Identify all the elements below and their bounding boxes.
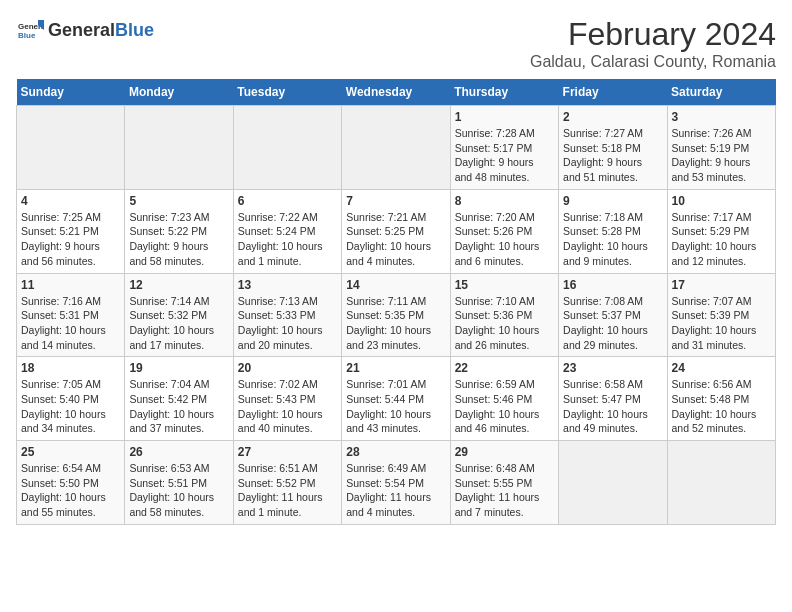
weekday-header-friday: Friday <box>559 79 667 106</box>
calendar-cell: 5Sunrise: 7:23 AM Sunset: 5:22 PM Daylig… <box>125 189 233 273</box>
day-number: 8 <box>455 194 554 208</box>
calendar-week-3: 11Sunrise: 7:16 AM Sunset: 5:31 PM Dayli… <box>17 273 776 357</box>
day-number: 25 <box>21 445 120 459</box>
subtitle: Galdau, Calarasi County, Romania <box>530 53 776 71</box>
day-info: Sunrise: 7:22 AM Sunset: 5:24 PM Dayligh… <box>238 210 337 269</box>
calendar-cell: 24Sunrise: 6:56 AM Sunset: 5:48 PM Dayli… <box>667 357 775 441</box>
day-number: 5 <box>129 194 228 208</box>
day-number: 18 <box>21 361 120 375</box>
logo-blue-text: Blue <box>115 20 154 41</box>
calendar-cell: 13Sunrise: 7:13 AM Sunset: 5:33 PM Dayli… <box>233 273 341 357</box>
day-info: Sunrise: 6:48 AM Sunset: 5:55 PM Dayligh… <box>455 461 554 520</box>
calendar-cell: 27Sunrise: 6:51 AM Sunset: 5:52 PM Dayli… <box>233 441 341 525</box>
calendar-cell <box>342 106 450 190</box>
day-number: 4 <box>21 194 120 208</box>
day-number: 19 <box>129 361 228 375</box>
calendar-cell: 2Sunrise: 7:27 AM Sunset: 5:18 PM Daylig… <box>559 106 667 190</box>
day-number: 7 <box>346 194 445 208</box>
calendar-cell: 12Sunrise: 7:14 AM Sunset: 5:32 PM Dayli… <box>125 273 233 357</box>
day-info: Sunrise: 7:21 AM Sunset: 5:25 PM Dayligh… <box>346 210 445 269</box>
day-number: 27 <box>238 445 337 459</box>
day-info: Sunrise: 6:54 AM Sunset: 5:50 PM Dayligh… <box>21 461 120 520</box>
calendar-cell: 19Sunrise: 7:04 AM Sunset: 5:42 PM Dayli… <box>125 357 233 441</box>
calendar-cell <box>125 106 233 190</box>
calendar-cell: 3Sunrise: 7:26 AM Sunset: 5:19 PM Daylig… <box>667 106 775 190</box>
logo: General Blue General Blue <box>16 16 154 44</box>
weekday-header-monday: Monday <box>125 79 233 106</box>
day-info: Sunrise: 6:59 AM Sunset: 5:46 PM Dayligh… <box>455 377 554 436</box>
header: General Blue General Blue February 2024 … <box>16 16 776 71</box>
calendar-cell: 26Sunrise: 6:53 AM Sunset: 5:51 PM Dayli… <box>125 441 233 525</box>
day-info: Sunrise: 6:56 AM Sunset: 5:48 PM Dayligh… <box>672 377 771 436</box>
day-info: Sunrise: 7:28 AM Sunset: 5:17 PM Dayligh… <box>455 126 554 185</box>
day-info: Sunrise: 7:05 AM Sunset: 5:40 PM Dayligh… <box>21 377 120 436</box>
day-info: Sunrise: 7:13 AM Sunset: 5:33 PM Dayligh… <box>238 294 337 353</box>
calendar-cell: 23Sunrise: 6:58 AM Sunset: 5:47 PM Dayli… <box>559 357 667 441</box>
logo-icon: General Blue <box>16 16 44 44</box>
calendar-week-1: 1Sunrise: 7:28 AM Sunset: 5:17 PM Daylig… <box>17 106 776 190</box>
day-number: 1 <box>455 110 554 124</box>
calendar-cell: 6Sunrise: 7:22 AM Sunset: 5:24 PM Daylig… <box>233 189 341 273</box>
calendar-cell: 17Sunrise: 7:07 AM Sunset: 5:39 PM Dayli… <box>667 273 775 357</box>
calendar-cell: 11Sunrise: 7:16 AM Sunset: 5:31 PM Dayli… <box>17 273 125 357</box>
calendar-cell: 28Sunrise: 6:49 AM Sunset: 5:54 PM Dayli… <box>342 441 450 525</box>
weekday-header-saturday: Saturday <box>667 79 775 106</box>
day-number: 2 <box>563 110 662 124</box>
day-number: 3 <box>672 110 771 124</box>
logo-general-text: General <box>48 20 115 41</box>
day-number: 29 <box>455 445 554 459</box>
calendar-cell: 20Sunrise: 7:02 AM Sunset: 5:43 PM Dayli… <box>233 357 341 441</box>
title-area: February 2024 Galdau, Calarasi County, R… <box>530 16 776 71</box>
calendar-cell: 18Sunrise: 7:05 AM Sunset: 5:40 PM Dayli… <box>17 357 125 441</box>
day-info: Sunrise: 7:23 AM Sunset: 5:22 PM Dayligh… <box>129 210 228 269</box>
calendar-cell: 9Sunrise: 7:18 AM Sunset: 5:28 PM Daylig… <box>559 189 667 273</box>
day-number: 14 <box>346 278 445 292</box>
weekday-header-tuesday: Tuesday <box>233 79 341 106</box>
day-number: 16 <box>563 278 662 292</box>
day-number: 11 <box>21 278 120 292</box>
calendar-cell: 29Sunrise: 6:48 AM Sunset: 5:55 PM Dayli… <box>450 441 558 525</box>
day-number: 6 <box>238 194 337 208</box>
calendar-cell <box>667 441 775 525</box>
weekday-header-thursday: Thursday <box>450 79 558 106</box>
calendar-table: SundayMondayTuesdayWednesdayThursdayFrid… <box>16 79 776 525</box>
calendar-cell: 16Sunrise: 7:08 AM Sunset: 5:37 PM Dayli… <box>559 273 667 357</box>
calendar-cell: 7Sunrise: 7:21 AM Sunset: 5:25 PM Daylig… <box>342 189 450 273</box>
day-info: Sunrise: 7:04 AM Sunset: 5:42 PM Dayligh… <box>129 377 228 436</box>
day-info: Sunrise: 7:01 AM Sunset: 5:44 PM Dayligh… <box>346 377 445 436</box>
day-number: 13 <box>238 278 337 292</box>
day-info: Sunrise: 6:53 AM Sunset: 5:51 PM Dayligh… <box>129 461 228 520</box>
calendar-cell: 15Sunrise: 7:10 AM Sunset: 5:36 PM Dayli… <box>450 273 558 357</box>
day-info: Sunrise: 7:18 AM Sunset: 5:28 PM Dayligh… <box>563 210 662 269</box>
day-info: Sunrise: 7:08 AM Sunset: 5:37 PM Dayligh… <box>563 294 662 353</box>
day-info: Sunrise: 6:58 AM Sunset: 5:47 PM Dayligh… <box>563 377 662 436</box>
calendar-cell <box>233 106 341 190</box>
day-info: Sunrise: 7:07 AM Sunset: 5:39 PM Dayligh… <box>672 294 771 353</box>
day-info: Sunrise: 7:02 AM Sunset: 5:43 PM Dayligh… <box>238 377 337 436</box>
day-number: 23 <box>563 361 662 375</box>
day-number: 26 <box>129 445 228 459</box>
calendar-week-4: 18Sunrise: 7:05 AM Sunset: 5:40 PM Dayli… <box>17 357 776 441</box>
calendar-week-2: 4Sunrise: 7:25 AM Sunset: 5:21 PM Daylig… <box>17 189 776 273</box>
calendar-cell: 22Sunrise: 6:59 AM Sunset: 5:46 PM Dayli… <box>450 357 558 441</box>
day-number: 15 <box>455 278 554 292</box>
day-number: 17 <box>672 278 771 292</box>
day-info: Sunrise: 6:49 AM Sunset: 5:54 PM Dayligh… <box>346 461 445 520</box>
day-number: 28 <box>346 445 445 459</box>
svg-text:Blue: Blue <box>18 31 36 40</box>
day-number: 20 <box>238 361 337 375</box>
calendar-cell <box>17 106 125 190</box>
calendar-week-5: 25Sunrise: 6:54 AM Sunset: 5:50 PM Dayli… <box>17 441 776 525</box>
day-info: Sunrise: 6:51 AM Sunset: 5:52 PM Dayligh… <box>238 461 337 520</box>
day-info: Sunrise: 7:11 AM Sunset: 5:35 PM Dayligh… <box>346 294 445 353</box>
weekday-header-wednesday: Wednesday <box>342 79 450 106</box>
calendar-cell: 4Sunrise: 7:25 AM Sunset: 5:21 PM Daylig… <box>17 189 125 273</box>
day-number: 10 <box>672 194 771 208</box>
calendar-cell: 8Sunrise: 7:20 AM Sunset: 5:26 PM Daylig… <box>450 189 558 273</box>
day-info: Sunrise: 7:20 AM Sunset: 5:26 PM Dayligh… <box>455 210 554 269</box>
calendar-cell: 14Sunrise: 7:11 AM Sunset: 5:35 PM Dayli… <box>342 273 450 357</box>
day-info: Sunrise: 7:25 AM Sunset: 5:21 PM Dayligh… <box>21 210 120 269</box>
calendar-cell: 1Sunrise: 7:28 AM Sunset: 5:17 PM Daylig… <box>450 106 558 190</box>
day-number: 24 <box>672 361 771 375</box>
main-title: February 2024 <box>530 16 776 53</box>
